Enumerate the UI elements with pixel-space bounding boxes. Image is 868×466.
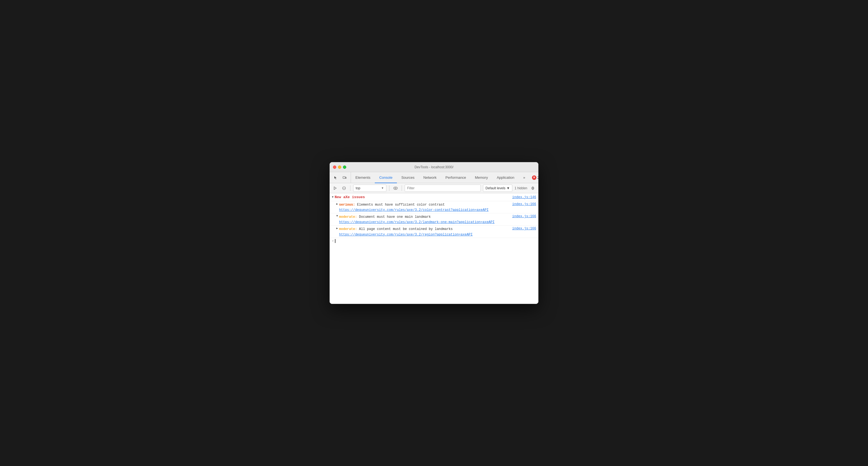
issue-line-ref[interactable]: index.js:166 <box>512 227 536 236</box>
svg-rect-0 <box>343 177 345 179</box>
axe-issues-group: ▼ New aXe issues index.js:146 ▶ serious:… <box>330 193 538 238</box>
toolbar-divider-3 <box>402 185 402 191</box>
minimize-button[interactable] <box>338 165 341 169</box>
issue-row-left: ▶ serious: Elements must have sufficient… <box>336 202 510 212</box>
issue-row-left: ▶ moderate: All page content must be con… <box>336 227 510 236</box>
tab-memory[interactable]: Memory <box>470 173 492 183</box>
toolbar-divider-2 <box>389 185 390 191</box>
issue-line-ref[interactable]: index.js:166 <box>512 214 536 224</box>
issue-row: ▼ moderate: Document must have one main … <box>330 213 538 225</box>
window-title: DevTools - localhost:3000/ <box>414 165 454 169</box>
tab-network[interactable]: Network <box>419 173 441 183</box>
issue-row-left: ▼ moderate: Document must have one main … <box>336 214 510 224</box>
console-content: ▼ New aXe issues index.js:146 ▶ serious:… <box>330 193 538 304</box>
axe-group-header[interactable]: ▼ New aXe issues index.js:146 <box>330 193 538 201</box>
axe-group-header-left: ▼ New aXe issues <box>332 195 365 199</box>
issue-severity-moderate: moderate: <box>339 215 357 219</box>
device-toggle-button[interactable] <box>341 174 348 182</box>
issue-text: moderate: All page content must be conta… <box>339 227 453 231</box>
console-prompt-icon: › <box>332 239 334 243</box>
issue-toggle-icon[interactable]: ▼ <box>336 214 338 218</box>
toolbar-divider <box>350 185 350 191</box>
tab-performance[interactable]: Performance <box>441 173 470 183</box>
svg-point-5 <box>394 187 398 190</box>
svg-point-6 <box>395 187 396 189</box>
svg-marker-2 <box>334 187 336 190</box>
issue-severity-moderate: moderate: <box>339 227 357 231</box>
tab-console[interactable]: Console <box>375 173 397 183</box>
tab-application[interactable]: Application <box>492 173 519 183</box>
group-toggle-icon: ▼ <box>332 196 334 199</box>
issue-toggle-icon[interactable]: ▶ <box>336 202 338 206</box>
clear-console-button[interactable] <box>341 185 347 191</box>
devtools-window: DevTools - localhost:3000/ Elements <box>330 162 538 304</box>
issue-link[interactable]: https://dequeuniversity.com/rules/axe/3.… <box>339 220 510 224</box>
issue-link[interactable]: https://dequeuniversity.com/rules/axe/3.… <box>339 208 510 212</box>
tab-elements[interactable]: Elements <box>351 173 375 183</box>
issue-toggle-icon[interactable]: ▶ <box>336 227 338 230</box>
log-levels-button[interactable]: Default levels ▼ <box>483 185 512 192</box>
console-cursor <box>335 239 336 243</box>
context-dropdown-arrow: ▼ <box>381 187 384 190</box>
issue-body: moderate: Document must have one main la… <box>339 214 510 224</box>
context-selector[interactable]: top ▼ <box>353 185 386 192</box>
issue-text: serious: Elements must have sufficient c… <box>339 203 445 207</box>
console-toolbar: top ▼ Default levels ▼ 1 hidden <box>330 183 538 193</box>
svg-rect-1 <box>345 177 346 179</box>
execute-button[interactable] <box>332 185 339 191</box>
toolbar-right: ✕ 2 ⋮ <box>530 172 538 183</box>
tab-sources[interactable]: Sources <box>397 173 419 183</box>
cursor-icon-button[interactable] <box>332 174 340 182</box>
filter-input[interactable] <box>405 185 481 192</box>
live-expression-button[interactable] <box>392 185 399 191</box>
svg-point-7 <box>532 187 534 189</box>
issue-body: moderate: All page content must be conta… <box>339 227 510 236</box>
tab-more[interactable]: » <box>519 173 529 183</box>
issue-body: serious: Elements must have sufficient c… <box>339 202 510 212</box>
console-settings-button[interactable] <box>529 185 536 191</box>
issue-text: moderate: Document must have one main la… <box>339 215 431 219</box>
toolbar-left-icons <box>330 172 351 183</box>
issue-row: ▶ serious: Elements must have sufficient… <box>330 201 538 213</box>
close-button[interactable] <box>333 165 336 169</box>
axe-group-title: New aXe issues <box>335 195 365 199</box>
devtools-toolbar: Elements Console Sources Network Perform… <box>330 172 538 183</box>
error-badge: ✕ 2 <box>532 176 538 180</box>
issue-line-ref[interactable]: index.js:166 <box>512 202 536 212</box>
title-bar: DevTools - localhost:3000/ <box>330 162 538 172</box>
maximize-button[interactable] <box>343 165 346 169</box>
group-line-ref[interactable]: index.js:146 <box>512 195 536 199</box>
error-icon: ✕ <box>532 176 536 180</box>
issue-row: ▶ moderate: All page content must be con… <box>330 225 538 238</box>
issue-link[interactable]: https://dequeuniversity.com/rules/axe/3.… <box>339 233 510 237</box>
traffic-lights <box>333 165 346 169</box>
console-input-row[interactable]: › <box>330 238 538 244</box>
hidden-count-label: 1 hidden <box>515 186 527 190</box>
nav-tabs: Elements Console Sources Network Perform… <box>351 172 530 183</box>
issue-severity-serious: serious: <box>339 203 355 207</box>
